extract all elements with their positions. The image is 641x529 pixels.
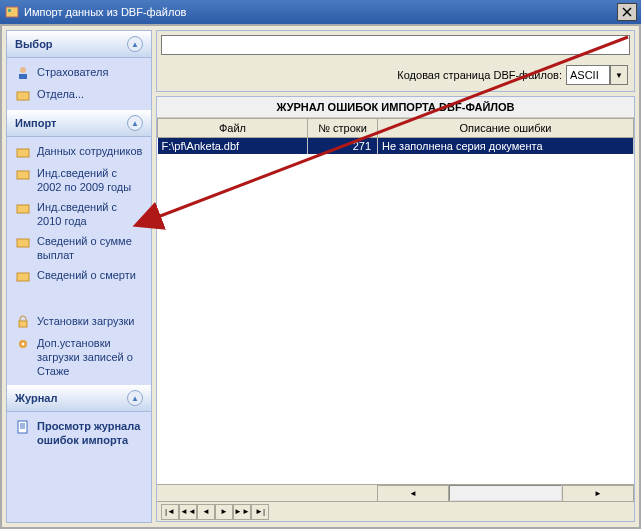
sidebar-item-employees[interactable]: Данных сотрудников bbox=[9, 141, 149, 163]
sidebar-item-death[interactable]: Сведений о смерти bbox=[9, 265, 149, 287]
path-input[interactable] bbox=[161, 35, 630, 55]
sidebar-item-ind-2010[interactable]: Инд.сведений с 2010 года bbox=[9, 197, 149, 231]
encoding-label: Кодовая страница DBF-файлов: bbox=[397, 69, 562, 81]
sidebar-item-extra-settings[interactable]: Доп.установки загрузки записей о Стаже bbox=[9, 333, 149, 381]
document-icon bbox=[15, 419, 31, 435]
group-header-journal[interactable]: Журнал ▲ bbox=[7, 385, 151, 412]
folder-open-icon bbox=[15, 166, 31, 182]
svg-rect-9 bbox=[17, 205, 29, 213]
gear-icon bbox=[15, 336, 31, 352]
chevron-up-icon: ▲ bbox=[127, 115, 143, 131]
nav-prev-button[interactable]: ◄ bbox=[197, 504, 215, 520]
encoding-combo[interactable]: ▼ bbox=[566, 65, 628, 85]
svg-rect-11 bbox=[17, 273, 29, 281]
sidebar-item-label: Сведений о смерти bbox=[37, 268, 136, 282]
combo-dropdown-button[interactable]: ▼ bbox=[610, 65, 628, 85]
scroll-track[interactable] bbox=[449, 485, 562, 501]
sidebar-item-label: Сведений о сумме выплат bbox=[37, 234, 143, 262]
sidebar-item-load-settings[interactable]: Установки загрузки bbox=[9, 311, 149, 333]
sidebar: Выбор ▲ Страхователя Отдела... Импорт ▲ bbox=[6, 30, 152, 523]
group-header-vybor[interactable]: Выбор ▲ bbox=[7, 31, 151, 58]
close-icon bbox=[622, 7, 632, 17]
record-navigator: |◄ ◄◄ ◄ ► ►► ►| bbox=[157, 501, 634, 521]
close-button[interactable] bbox=[617, 3, 637, 21]
app-icon bbox=[4, 4, 20, 20]
sidebar-item-label: Инд.сведений с 2010 года bbox=[37, 200, 143, 228]
cell-file: F:\pf\Anketa.dbf bbox=[158, 138, 308, 155]
sidebar-item-label: Просмотр журнала ошибок импорта bbox=[37, 419, 143, 447]
sidebar-item-department[interactable]: Отдела... bbox=[9, 84, 149, 106]
person-icon bbox=[15, 65, 31, 81]
svg-point-14 bbox=[22, 343, 25, 346]
cell-line: 271 bbox=[308, 138, 378, 155]
svg-rect-1 bbox=[8, 9, 11, 12]
svg-rect-6 bbox=[17, 92, 29, 100]
svg-rect-15 bbox=[18, 421, 27, 433]
sidebar-item-payments[interactable]: Сведений о сумме выплат bbox=[9, 231, 149, 265]
folder-open-icon bbox=[15, 144, 31, 160]
sidebar-item-view-errors[interactable]: Просмотр журнала ошибок импорта bbox=[9, 416, 149, 450]
folder-open-icon bbox=[15, 234, 31, 250]
folder-icon bbox=[15, 87, 31, 103]
group-header-import[interactable]: Импорт ▲ bbox=[7, 110, 151, 137]
sidebar-item-label: Отдела... bbox=[37, 87, 84, 101]
sidebar-item-label: Доп.установки загрузки записей о Стаже bbox=[37, 336, 143, 378]
journal-title: ЖУРНАЛ ОШИБОК ИМПОРТА DBF-ФАЙЛОВ bbox=[157, 97, 634, 118]
grid: Файл № строки Описание ошибки F:\pf\Anke… bbox=[157, 118, 634, 484]
nav-next-button[interactable]: ► bbox=[215, 504, 233, 520]
sidebar-item-insurer[interactable]: Страхователя bbox=[9, 62, 149, 84]
group-title: Выбор bbox=[15, 38, 53, 50]
chevron-up-icon: ▲ bbox=[127, 390, 143, 406]
scroll-left-button[interactable]: ◄ bbox=[377, 485, 449, 502]
nav-next-page-button[interactable]: ►► bbox=[233, 504, 251, 520]
svg-rect-12 bbox=[19, 321, 27, 327]
table-row[interactable]: F:\pf\Anketa.dbf 271 Не заполнена серия … bbox=[158, 138, 634, 155]
svg-rect-0 bbox=[6, 7, 18, 17]
sidebar-item-label: Установки загрузки bbox=[37, 314, 135, 328]
nav-first-button[interactable]: |◄ bbox=[161, 504, 179, 520]
topbar: Кодовая страница DBF-файлов: ▼ bbox=[156, 30, 635, 92]
col-desc[interactable]: Описание ошибки bbox=[378, 119, 634, 138]
sidebar-item-label: Инд.сведений с 2002 по 2009 годы bbox=[37, 166, 143, 194]
window-title: Импорт данных из DBF-файлов bbox=[24, 6, 617, 18]
svg-rect-8 bbox=[17, 171, 29, 179]
nav-prev-page-button[interactable]: ◄◄ bbox=[179, 504, 197, 520]
encoding-value[interactable] bbox=[566, 65, 610, 85]
lock-icon bbox=[15, 314, 31, 330]
svg-rect-7 bbox=[17, 149, 29, 157]
journal-panel: ЖУРНАЛ ОШИБОК ИМПОРТА DBF-ФАЙЛОВ Файл № … bbox=[156, 96, 635, 522]
svg-point-4 bbox=[20, 67, 26, 73]
group-title: Журнал bbox=[15, 392, 57, 404]
svg-rect-5 bbox=[19, 74, 27, 79]
titlebar: Импорт данных из DBF-файлов bbox=[0, 0, 641, 24]
svg-rect-10 bbox=[17, 239, 29, 247]
sidebar-item-label: Страхователя bbox=[37, 65, 108, 79]
chevron-up-icon: ▲ bbox=[127, 36, 143, 52]
folder-open-icon bbox=[15, 200, 31, 216]
hscrollbar[interactable]: ◄ ► bbox=[157, 484, 634, 501]
col-file[interactable]: Файл bbox=[158, 119, 308, 138]
scroll-right-button[interactable]: ► bbox=[562, 485, 634, 502]
group-title: Импорт bbox=[15, 117, 56, 129]
sidebar-item-label: Данных сотрудников bbox=[37, 144, 142, 158]
content: Кодовая страница DBF-файлов: ▼ ЖУРНАЛ ОШ… bbox=[156, 30, 635, 523]
sidebar-item-ind-2002-2009[interactable]: Инд.сведений с 2002 по 2009 годы bbox=[9, 163, 149, 197]
folder-open-icon bbox=[15, 268, 31, 284]
grid-empty-area bbox=[157, 154, 634, 484]
cell-desc: Не заполнена серия документа bbox=[378, 138, 634, 155]
nav-last-button[interactable]: ►| bbox=[251, 504, 269, 520]
col-line[interactable]: № строки bbox=[308, 119, 378, 138]
